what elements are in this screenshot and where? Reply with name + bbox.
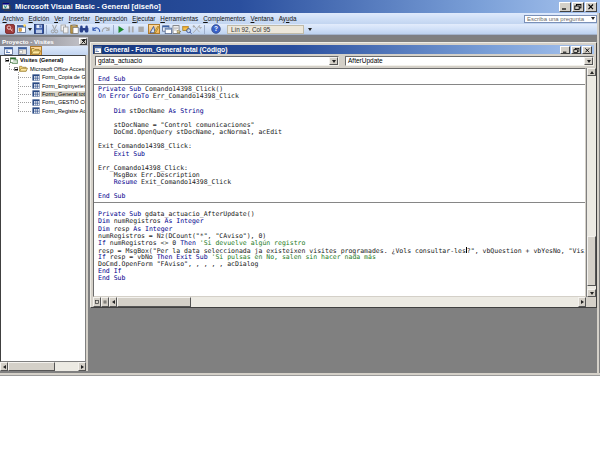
code-editor[interactable]: End SubPrivate Sub Comando14398_Click()O… xyxy=(93,68,586,297)
tree-item-visites-general-[interactable]: Visites (General) xyxy=(1,56,86,64)
code-line: On Error GoTo Err_Comando14398_Click xyxy=(98,93,586,100)
window-frame-bottom xyxy=(0,373,600,376)
toolbar-overflow-icon[interactable] xyxy=(306,24,313,34)
vscroll-thumb[interactable] xyxy=(587,236,596,286)
toolbox-button[interactable] xyxy=(192,24,202,34)
code-vscrollbar[interactable] xyxy=(586,68,596,297)
menu-ejecutar[interactable]: Ejecutar xyxy=(130,13,158,24)
break-button[interactable] xyxy=(126,24,136,34)
collapse-icon[interactable] xyxy=(14,67,18,71)
help-button[interactable]: ? xyxy=(211,24,221,34)
project-explorer-button[interactable] xyxy=(162,24,172,34)
event-combo-dropdown-icon[interactable] xyxy=(584,57,593,65)
scroll-up-icon[interactable] xyxy=(587,68,596,76)
design-mode-button[interactable] xyxy=(148,24,160,34)
collapse-icon[interactable] xyxy=(5,58,9,62)
code-line: End Sub xyxy=(98,193,586,200)
hscroll-thumb[interactable] xyxy=(8,362,55,371)
tree-item-form-enginyeries-ll[interactable]: Form_Enginyeries Ll xyxy=(1,81,86,89)
scroll-left-icon[interactable] xyxy=(109,297,117,307)
menu-insertar[interactable]: Insertar xyxy=(66,13,92,24)
scroll-right-icon[interactable] xyxy=(578,297,586,307)
form-icon xyxy=(32,107,40,114)
event-combo-value: AfterUpdate xyxy=(346,57,593,65)
find-button[interactable] xyxy=(79,24,89,34)
paste-button[interactable] xyxy=(69,24,79,34)
code-hscrollbar[interactable] xyxy=(93,297,596,307)
code-hscroll-thumb[interactable] xyxy=(117,297,191,307)
tree-item-form-copia-de-gene[interactable]: Form_Copia de Gene xyxy=(1,73,86,81)
object-combo-value: gdata_actuacio xyxy=(96,57,338,65)
tree-item-form-gesti-cont[interactable]: Form_GESTIÓ CONT xyxy=(1,98,86,106)
view-object-button[interactable] xyxy=(16,46,28,56)
form-icon xyxy=(32,99,40,106)
arrow-left-icon xyxy=(3,365,6,369)
menu-depuracin[interactable]: Depuración xyxy=(92,13,129,24)
project-tree[interactable]: Visites (General)Microsoft Office Access… xyxy=(0,55,86,362)
arrow-down-icon xyxy=(308,28,312,31)
object-combo-dropdown-icon[interactable] xyxy=(329,57,338,65)
arrow-up-icon xyxy=(590,71,594,74)
save-button[interactable] xyxy=(34,24,44,34)
code-text: End SubPrivate Sub Comando14398_Click()O… xyxy=(98,76,586,283)
properties-window-button[interactable] xyxy=(172,24,182,34)
view-code-button[interactable] xyxy=(2,46,14,56)
scroll-down-icon[interactable] xyxy=(587,289,596,297)
insert-object-dropdown-icon[interactable] xyxy=(27,24,33,34)
vb-app-icon xyxy=(2,2,12,12)
code-close-button[interactable] xyxy=(582,46,592,54)
toggle-folders-button[interactable] xyxy=(30,46,42,56)
code-line: Exit_Comando14398_Click: xyxy=(98,143,586,150)
arrow-down-icon xyxy=(332,60,336,63)
object-browser-button[interactable] xyxy=(182,24,192,34)
copy-button[interactable] xyxy=(59,24,69,34)
project-icon xyxy=(10,57,18,64)
code-line xyxy=(98,186,586,193)
scroll-right-icon[interactable] xyxy=(78,362,86,371)
chevron-down-icon[interactable] xyxy=(589,16,596,23)
close-button[interactable] xyxy=(585,2,597,12)
tree-item-form-registre-admi[interactable]: Form_Registre Admi xyxy=(1,107,86,115)
view-microsoft-access-button[interactable] xyxy=(5,24,15,34)
undo-button[interactable] xyxy=(91,24,101,34)
run-button[interactable] xyxy=(116,24,126,34)
minimize-button[interactable] xyxy=(559,2,571,12)
menu-complementos[interactable]: Complementos xyxy=(201,13,248,24)
code-window: General - Form_General total (Código) gd… xyxy=(90,42,597,308)
tree-connector-line xyxy=(18,77,31,78)
arrow-down-icon xyxy=(28,28,32,31)
arrow-down-icon xyxy=(590,292,594,295)
mdi-area: Proyecto - Visites Visites (General)Micr… xyxy=(0,37,597,373)
code-line: End If xyxy=(98,268,586,275)
code-minimize-button[interactable] xyxy=(560,46,570,54)
tree-connector-line xyxy=(18,111,31,112)
event-combo[interactable]: AfterUpdate xyxy=(345,56,594,66)
code-window-titlebar[interactable]: General - Form_General total (Código) xyxy=(93,45,594,54)
project-tree-hscrollbar[interactable] xyxy=(0,362,86,371)
code-line: Dim stDocName As String xyxy=(98,108,586,115)
standard-toolbar: ? Lín 92, Col 95 xyxy=(0,24,600,35)
menu-ayuda[interactable]: Ayuda xyxy=(276,13,299,24)
menu-edicin[interactable]: Edición xyxy=(26,13,52,24)
ask-question-combo[interactable]: Escriba una pregunta xyxy=(524,15,597,24)
cut-button[interactable] xyxy=(49,24,59,34)
restore-button[interactable] xyxy=(572,2,584,12)
redo-button[interactable] xyxy=(101,24,111,34)
tree-item-form-general-total[interactable]: Form_General total xyxy=(1,90,86,98)
tree-connector-line xyxy=(18,102,31,103)
app-titlebar[interactable]: Microsoft Visual Basic - General [diseño… xyxy=(0,0,600,13)
menu-archivo[interactable]: Archivo xyxy=(0,13,26,24)
toolbar-separator xyxy=(113,25,114,34)
code-restore-button[interactable] xyxy=(571,46,581,54)
code-window-icon xyxy=(94,46,102,54)
menu-herramientas[interactable]: Herramientas xyxy=(158,13,201,24)
object-combo[interactable]: gdata_actuacio xyxy=(95,56,339,66)
procedure-view-button[interactable] xyxy=(93,297,101,307)
insert-object-button[interactable] xyxy=(17,24,27,34)
menu-ver[interactable]: Ver xyxy=(52,13,66,24)
menu-ventana[interactable]: Ventana xyxy=(248,13,276,24)
form-icon xyxy=(32,74,40,81)
scroll-left-icon[interactable] xyxy=(0,362,8,371)
reset-button[interactable] xyxy=(136,24,146,34)
full-module-view-button[interactable] xyxy=(101,297,109,307)
